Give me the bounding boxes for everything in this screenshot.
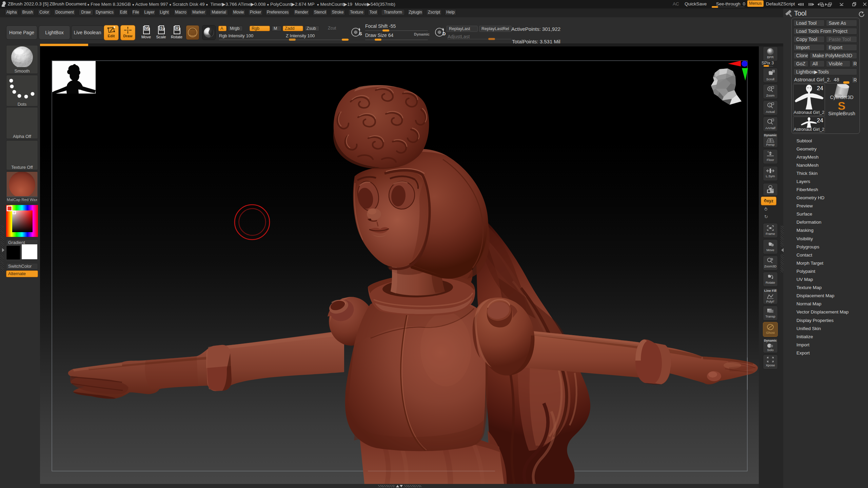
svg-text:M: M [145,26,148,30]
svg-text:S: S [359,31,362,36]
svg-text:1: 1 [769,104,771,107]
svg-text:R: R [176,26,179,30]
svg-text:D: D [442,31,446,36]
svg-text:S: S [838,100,846,112]
svg-text:S: S [160,26,163,30]
svg-text:⊛: ⊛ [767,151,769,153]
